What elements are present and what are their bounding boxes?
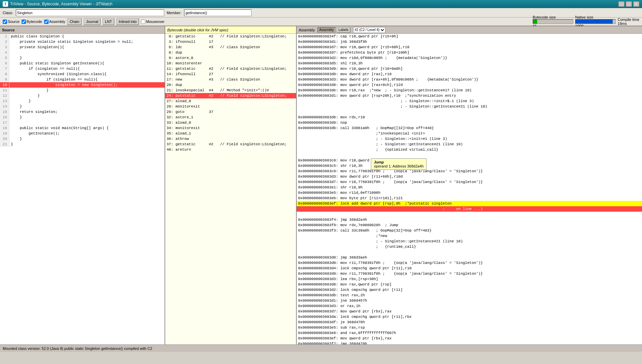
bytecode-content[interactable]: 0: getstatic #2 // Field singleton:LSing…: [165, 34, 296, 344]
assembly-line[interactable]: 0x0000000003683e8: and rax,0ffffffffffff…: [297, 330, 642, 336]
mouseover-checkbox[interactable]: [141, 20, 145, 24]
assembly-line[interactable]: ; on line ...): [297, 206, 642, 212]
assembly-line[interactable]: 0x0000000003683de: mov r10,rax ;*new ; -…: [297, 88, 642, 93]
assembly-line[interactable]: 0x0000000003683d0: mov r11,7760391f0h ; …: [297, 260, 642, 266]
assembly-line[interactable]: ; - Singleton::<init>$-1 (line 3): [297, 98, 642, 104]
assembly-line[interactable]: 0x0000000003683d9: mov r11,7760391f0h ; …: [297, 271, 642, 276]
assembly-line[interactable]: [297, 249, 642, 255]
assembly-line[interactable]: 0x0000000003683d5: shl r10,3h: [297, 61, 642, 66]
bytecode-line[interactable]: 40: areturn: [165, 147, 296, 152]
assembly-line[interactable]: ; - Singleton::getInstance#21 (line 10): [297, 104, 642, 109]
maximize-button[interactable]: □: [626, 1, 632, 7]
source-checkbox-label[interactable]: Source: [3, 20, 20, 24]
assembly-line[interactable]: 0x0000000003683d2: mov r10d,0f800c005h ;…: [297, 55, 642, 61]
assembly-line[interactable]: 0x0000000003683eb: mov byte ptr [r11+r10…: [297, 195, 642, 201]
assembly-checkbox-label[interactable]: Assembly: [44, 20, 65, 24]
assembly-line[interactable]: 0x0000000003683d6: mov rdx,r10: [297, 115, 642, 120]
assembly-line[interactable]: 0x0000000003683d1: mov qword ptr [rsp+20…: [297, 93, 642, 98]
assembly-line[interactable]: 0x0000000003683c0: mov r10,qword ptr [rs…: [297, 158, 642, 163]
bytecode-line[interactable]: 29: goto 37: [165, 109, 296, 115]
assembly-line[interactable]: 0x0000000003683c9: mov r11,7760391f0h ; …: [297, 169, 642, 174]
source-line[interactable]: 17: [0, 120, 165, 125]
bytecode-line[interactable]: 21: invokespecial #4 // Method "<init>":…: [165, 88, 296, 93]
assembly-line[interactable]: 0x0000000003683d8: mov qword ptr [rax+0c…: [297, 82, 642, 88]
source-checkbox[interactable]: [3, 20, 7, 24]
assembly-btn[interactable]: Assembly: [318, 27, 335, 33]
source-line[interactable]: 7 if (singleton == null){: [0, 66, 165, 71]
lnt-button[interactable]: LNT: [103, 18, 114, 25]
bytecode-line[interactable]: 14: ifnonnull 27: [165, 71, 296, 77]
bytecode-line[interactable]: 11: getstatic #2 // Field singleton:LSin…: [165, 66, 296, 71]
labels-btn[interactable]: Labels: [337, 27, 350, 33]
assembly-line[interactable]: ; - Singleton::getInstance#21 (line 10): [297, 239, 642, 244]
assembly-line[interactable]: 0x0000000003683db: call 33061a0h ; OopMa…: [297, 125, 642, 131]
assembly-line[interactable]: ; {runtime_call}: [297, 244, 642, 249]
member-input[interactable]: [184, 9, 252, 16]
chain-button[interactable]: Chain: [67, 18, 82, 25]
assembly-line[interactable]: 0x0000000003683d7: mov r10,7760391f0h ; …: [297, 179, 642, 185]
assembly-dropdown[interactable]: #2 (C2 / Level 4): [353, 27, 385, 33]
source-line[interactable]: 10 singleton = new Singleton();: [0, 82, 165, 88]
bytecode-line[interactable]: 20: dup: [165, 82, 296, 88]
source-content[interactable]: 1public class Singleton {2 private volat…: [0, 34, 165, 344]
assembly-line[interactable]: 0x0000000003683da: lock cmpxchg qword pt…: [297, 314, 642, 320]
assembly-line[interactable]: 0x0000000003683d7: prefetchnta byte ptr …: [297, 50, 642, 55]
assembly-line[interactable]: 0x0000000003683e5: sub rax,rsp: [297, 325, 642, 330]
source-line[interactable]: 1public class Singleton {: [0, 34, 165, 39]
assembly-line[interactable]: ; - Singleton::getInstance#21 (line 10): [297, 142, 642, 147]
source-line[interactable]: 6 public static Singleton getInstance(){: [0, 61, 165, 66]
source-line[interactable]: 11 }: [0, 88, 165, 93]
assembly-line[interactable]: 0x0000000003683d3: lea rbx,[rsp+30h]: [297, 276, 642, 282]
bytecode-line[interactable]: 32: astore_1: [165, 115, 296, 120]
class-input[interactable]: [16, 9, 164, 16]
assembly-line[interactable]: 0x0000000003683d8: jmp 368d3aeh: [297, 255, 642, 260]
source-line[interactable]: 18 public static void main(String[] args…: [0, 125, 165, 131]
source-line[interactable]: 19 getInstance();: [0, 131, 165, 136]
bytecode-line[interactable]: 35: aload_1: [165, 131, 296, 136]
source-line[interactable]: 5 }: [0, 55, 165, 61]
bytecode-line[interactable]: 9: astore_0: [165, 55, 296, 61]
bytecode-line[interactable]: 8: dup: [165, 50, 296, 55]
source-line[interactable]: 20 }: [0, 136, 165, 142]
bytecode-checkbox[interactable]: [22, 20, 26, 24]
assembly-line[interactable]: 0x0000000003683d4: lock cmpxchg qword pt…: [297, 266, 642, 271]
bytecode-line[interactable]: 36: athrow: [165, 136, 296, 142]
bytecode-checkbox-label[interactable]: Bytecode: [22, 20, 42, 24]
assembly-line[interactable]: 0x0000000003683df: je 368d470h: [297, 320, 642, 325]
bytecode-line[interactable]: 0: getstatic #2 // Field singleton:LSing…: [165, 34, 296, 39]
bytecode-line[interactable]: 3: ifnonnull 17: [165, 39, 296, 44]
source-line[interactable]: 21}: [0, 142, 165, 147]
assembly-line[interactable]: ;*new: [297, 233, 642, 239]
assembly-line[interactable]: 0x0000000003683d3: mov dword ptr [r11+68…: [297, 174, 642, 179]
source-line[interactable]: 2 private volatile static Singleton sing…: [0, 39, 165, 44]
assembly-line[interactable]: 0x0000000003683c5: shr r10,3h: [297, 163, 642, 169]
assembly-line[interactable]: 0x0000000003683d8: mov rax,qword ptr [rs…: [297, 282, 642, 287]
assembly-line[interactable]: 0x0000000003683d3: mov dword ptr [rax+8h…: [297, 77, 642, 82]
assembly-line[interactable]: 0x0000000003683ef: lock add dword ptr [r…: [297, 201, 642, 206]
assembly-line[interactable]: 0x0000000003683d7: mov qword ptr [rbx],r…: [297, 309, 642, 314]
bytecode-line[interactable]: 10: monitorenter: [165, 61, 296, 66]
source-line[interactable]: 9 if (singleton == null){: [0, 77, 165, 82]
assembly-line[interactable]: 0x0000000003683d7: mov r10,qword ptr [r1…: [297, 44, 642, 50]
bytecode-line[interactable]: 6: ldc #3 // class Singleton: [165, 44, 296, 50]
assembly-line[interactable]: 0x0000000003683d0: mov dword ptr [rax],r…: [297, 71, 642, 77]
assembly-line[interactable]: 0x0000000003683db: test rax,2h: [297, 293, 642, 298]
source-line[interactable]: 4: [0, 50, 165, 55]
assembly-line[interactable]: 0x0000000003683e1: shr r10,9h: [297, 185, 642, 190]
source-line[interactable]: 13 }: [0, 98, 165, 104]
close-button[interactable]: ✕: [633, 1, 639, 7]
assembly-line[interactable]: 0x0000000003683d9: nop: [297, 120, 642, 125]
assembly-line[interactable]: 0x0000000003683f2: jmp 368d470h: [297, 341, 642, 344]
source-line[interactable]: 3 private Singleton(){: [0, 44, 165, 50]
assembly-line[interactable]: ;*invokespecial <init>: [297, 131, 642, 136]
source-line[interactable]: 16 }: [0, 115, 165, 120]
assembly-line[interactable]: ; - Singleton::<init>#1 (line 3): [297, 136, 642, 142]
assembly-line[interactable]: 0x0000000003683f4: jmp 368d2a4h: [297, 217, 642, 222]
assembly-checkbox[interactable]: [44, 20, 49, 24]
assembly-line[interactable]: 0x0000000003683d9: mov r10,qword ptr [r1…: [297, 66, 642, 71]
assembly-line[interactable]: 0x0000000003683f9: mov rdx,7e0060028h ; …: [297, 222, 642, 228]
mouseover-checkbox-label[interactable]: Mouseover: [141, 20, 164, 24]
bytecode-line[interactable]: 17: new #3 // class Singleton: [165, 77, 296, 82]
assembly-line[interactable]: 0x0000000003683d3: or rax,1h: [297, 303, 642, 309]
source-line[interactable]: 12 }: [0, 93, 165, 98]
